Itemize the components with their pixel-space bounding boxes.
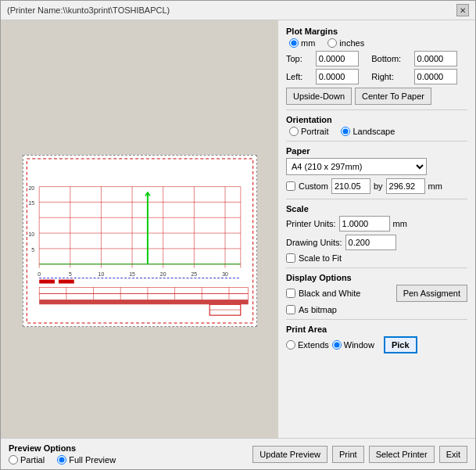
preview-radio-group: Partial Full Preview: [9, 455, 116, 465]
portrait-radio[interactable]: [289, 127, 299, 136]
landscape-radio[interactable]: [341, 127, 350, 136]
scale-label: Scale: [286, 204, 467, 213]
svg-text:5: 5: [31, 247, 34, 253]
print-area-label: Print Area: [286, 325, 467, 334]
preview-area: 20 15 10 5 0 5 10 15 20 25 30: [1, 20, 278, 438]
inches-radio-label: inches: [339, 38, 364, 48]
mm-radio-label: mm: [301, 38, 315, 48]
paper-width-input[interactable]: [331, 178, 370, 194]
svg-text:10: 10: [28, 231, 34, 237]
svg-text:20: 20: [28, 185, 34, 191]
preview-paper: 20 15 10 5 0 5 10 15 20 25 30: [23, 155, 257, 327]
printer-units-label: Printer Units:: [286, 219, 336, 228]
custom-label: Custom: [299, 181, 328, 191]
svg-rect-0: [27, 159, 252, 323]
black-white-row: Black and White Pen Assigment: [286, 285, 467, 302]
margins-unit-group: mm inches: [289, 38, 467, 48]
scale-to-fit-checkbox[interactable]: [286, 253, 295, 263]
svg-text:30: 30: [222, 271, 228, 277]
paper-dropdown-row: A4 (210 x 297mm) A3 (297 x 420mm) Letter: [286, 158, 467, 175]
landscape-radio-item[interactable]: Landscape: [341, 127, 395, 136]
left-margin-input[interactable]: [316, 69, 359, 84]
print-button[interactable]: Print: [332, 446, 364, 463]
svg-text:20: 20: [159, 271, 166, 277]
svg-rect-31: [39, 280, 55, 284]
orientation-group: Portrait Landscape: [289, 127, 467, 136]
landscape-label: Landscape: [353, 127, 395, 136]
partial-label: Partial: [20, 455, 45, 465]
divider-4: [286, 267, 467, 268]
margins-grid: Top: Bottom: Left: Right:: [286, 51, 467, 84]
bottom-bar: Preview Options Partial Full Preview Upd…: [1, 438, 475, 469]
extends-radio-item[interactable]: Extends: [286, 340, 329, 350]
printer-units-input[interactable]: [339, 216, 390, 231]
svg-rect-33: [39, 287, 249, 293]
full-preview-radio-item[interactable]: Full Preview: [57, 455, 116, 465]
right-panel: Plot Margins mm inches Top: Bottom: Left…: [278, 20, 475, 438]
divider-3: [286, 199, 467, 199]
as-bitmap-checkbox[interactable]: [286, 305, 295, 314]
display-options-label: Display Options: [286, 273, 467, 282]
print-dialog: (Printer Name:\\kunto3print\TOSHIBAPCL) …: [0, 0, 476, 470]
window-radio[interactable]: [332, 340, 342, 350]
printer-units-unit: mm: [393, 219, 407, 228]
right-margin-input[interactable]: [414, 69, 457, 84]
svg-rect-34: [39, 293, 249, 300]
drawing-units-input[interactable]: [345, 235, 396, 250]
as-bitmap-row: As bitmap: [286, 305, 467, 314]
title-bar: (Printer Name:\\kunto3print\TOSHIBAPCL) …: [1, 1, 475, 20]
left-margin-label: Left:: [286, 72, 313, 81]
paper-height-input[interactable]: [386, 178, 425, 194]
mm-radio[interactable]: [289, 38, 299, 48]
right-margin-label: Right:: [371, 72, 411, 81]
paper-mm-label: mm: [428, 181, 442, 191]
mm-radio-item[interactable]: mm: [289, 38, 315, 48]
paper-dropdown[interactable]: A4 (210 x 297mm) A3 (297 x 420mm) Letter: [286, 158, 427, 175]
partial-radio-item[interactable]: Partial: [9, 455, 45, 465]
top-margin-label: Top:: [286, 54, 313, 63]
divider-5: [286, 319, 467, 320]
drawing-units-row: Drawing Units:: [286, 235, 467, 250]
full-preview-label: Full Preview: [69, 455, 116, 465]
as-bitmap-label: As bitmap: [299, 305, 337, 314]
by-label: by: [374, 181, 383, 191]
margins-buttons-row: Upside-Down Center To Paper: [286, 88, 467, 105]
black-white-label: Black and White: [299, 289, 360, 298]
center-to-paper-button[interactable]: Center To Paper: [355, 88, 431, 105]
bottom-buttons: Update Preview Print Select Printer Exit: [252, 446, 467, 463]
black-white-checkbox[interactable]: [286, 289, 295, 298]
extends-label: Extends: [298, 340, 329, 350]
top-margin-input[interactable]: [316, 51, 359, 66]
bottom-margin-label: Bottom:: [371, 54, 411, 63]
orientation-label: Orientation: [286, 115, 467, 124]
divider-1: [286, 109, 467, 110]
svg-text:25: 25: [191, 271, 197, 277]
inches-radio-item[interactable]: inches: [327, 38, 364, 48]
select-printer-button[interactable]: Select Printer: [369, 446, 435, 463]
plot-margins-label: Plot Margins: [286, 27, 467, 36]
svg-text:10: 10: [98, 271, 104, 277]
pick-button[interactable]: Pick: [384, 336, 417, 353]
pen-assignment-button[interactable]: Pen Assigment: [396, 285, 467, 302]
upside-down-button[interactable]: Upside-Down: [286, 88, 352, 105]
close-button[interactable]: ✕: [456, 4, 469, 16]
exit-button[interactable]: Exit: [439, 446, 467, 463]
full-preview-radio[interactable]: [57, 455, 66, 465]
extends-radio[interactable]: [286, 340, 295, 350]
print-area-row: Extends Window Pick: [286, 336, 467, 353]
bottom-margin-input[interactable]: [414, 51, 457, 66]
portrait-radio-item[interactable]: Portrait: [289, 127, 328, 136]
main-content: 20 15 10 5 0 5 10 15 20 25 30: [1, 20, 475, 438]
update-preview-button[interactable]: Update Preview: [252, 446, 327, 463]
close-icon: ✕: [460, 6, 466, 15]
window-label: Window: [344, 340, 374, 350]
partial-radio[interactable]: [9, 455, 18, 465]
custom-checkbox[interactable]: [286, 181, 295, 191]
paper-label: Paper: [286, 146, 467, 156]
window-radio-item[interactable]: Window: [332, 340, 374, 350]
svg-text:0: 0: [38, 271, 41, 277]
custom-paper-row: Custom by mm: [286, 178, 467, 194]
inches-radio[interactable]: [327, 38, 337, 48]
scale-to-fit-label: Scale to Fit: [299, 253, 342, 263]
preview-options: Preview Options Partial Full Preview: [9, 443, 116, 465]
